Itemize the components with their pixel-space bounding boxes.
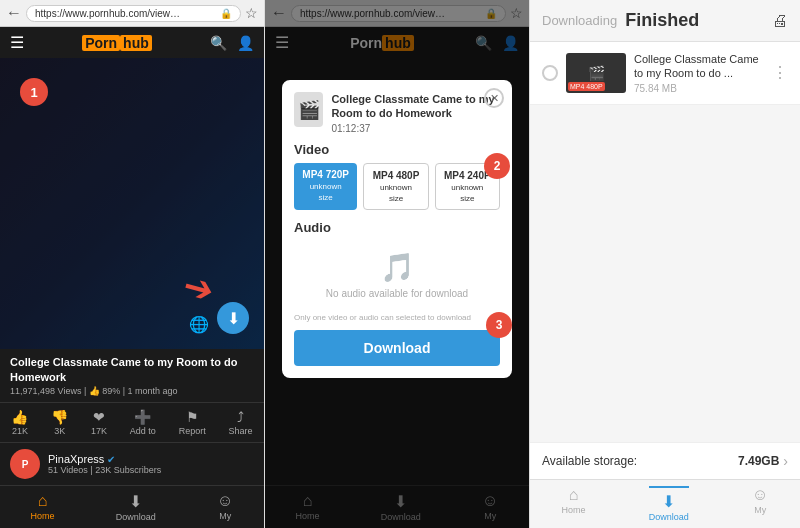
popup-video-info: 🎬 College Classmate Came to my Room to d…	[294, 92, 500, 134]
logo-highlight-left: hub	[120, 35, 152, 51]
user-icon-left[interactable]: 👤	[237, 35, 254, 51]
step2-badge: 2	[484, 153, 510, 179]
item-menu-btn[interactable]: ⋮	[772, 63, 788, 82]
storage-label: Available storage:	[542, 454, 738, 468]
step3-badge: 3	[486, 312, 512, 338]
favorite-action[interactable]: ❤17K	[91, 409, 107, 436]
panel-left: ← https://www.pornhub.com/view_video.php…	[0, 0, 265, 528]
menu-icon-left[interactable]: ☰	[10, 33, 24, 52]
header-finished: Finished	[625, 10, 699, 31]
quality-480p[interactable]: MP4 480Punknown size	[363, 163, 428, 210]
channel-meta-left: 51 Videos | 23K Subscribers	[48, 465, 161, 475]
quality-720p[interactable]: MP4 720Punknown size	[294, 163, 357, 210]
video-actions-left: 👍21K 👎3K ❤17K ➕Add to ⚑Report ⤴Share	[0, 402, 264, 442]
nav-download-left[interactable]: ⬇Download	[116, 492, 156, 522]
item-quality-label: MP4 480P	[568, 82, 605, 91]
quality-options: MP4 720Punknown size MP4 480Punknown siz…	[294, 163, 500, 210]
download-popup-overlay: ✕ 🎬 College Classmate Came to my Room to…	[265, 0, 529, 528]
header-downloading: Downloading	[542, 13, 617, 28]
browser-bar-left: ← https://www.pornhub.com/view_video.php…	[0, 0, 264, 27]
panel3-header: Downloading Finished 🖨	[530, 0, 800, 42]
spacer	[530, 242, 800, 442]
url-text-left: https://www.pornhub.com/view_video.php?v…	[35, 8, 185, 19]
like-action[interactable]: 👍21K	[11, 409, 28, 436]
search-icon-left[interactable]: 🔍	[210, 35, 227, 51]
popup-duration: 01:12:37	[331, 123, 500, 134]
download-btn-container: Download 3	[294, 322, 500, 366]
popup-thumb: 🎬	[294, 92, 323, 127]
video-section-label: Video	[294, 142, 500, 157]
verified-icon-left: ✔	[107, 454, 115, 465]
audio-icon: 🎵	[380, 251, 415, 284]
video-title-left: College Classmate Came to my Room to do …	[10, 355, 254, 384]
item-info: College Classmate Came to my Room to do …	[634, 52, 764, 94]
panel3-bottom-nav: ⌂Home ⬇Download ☺My	[530, 479, 800, 528]
ph-header-icons-left: 🔍 👤	[210, 35, 254, 51]
nav-my-left[interactable]: ☺My	[217, 492, 233, 522]
p3-nav-home[interactable]: ⌂Home	[562, 486, 586, 522]
channel-name-left[interactable]: PinaXpress ✔	[48, 453, 161, 465]
thumb-icon: 🎬	[588, 65, 605, 81]
popup-close-btn[interactable]: ✕	[484, 88, 504, 108]
no-audio-text: No audio available for download	[326, 288, 468, 299]
audio-placeholder: 🎵 No audio available for download	[294, 241, 500, 309]
download-item: 🎬 MP4 480P College Classmate Came to my …	[530, 42, 800, 105]
report-action[interactable]: ⚑Report	[179, 409, 206, 436]
item-radio[interactable]	[542, 65, 558, 81]
back-button-left[interactable]: ←	[6, 4, 22, 22]
channel-avatar-left: P	[10, 449, 40, 479]
print-icon[interactable]: 🖨	[772, 12, 788, 30]
dislike-action[interactable]: 👎3K	[51, 409, 68, 436]
video-info-left: College Classmate Came to my Room to do …	[0, 349, 264, 402]
panel-middle: ← https://www.pornhub.com/view_video.php…	[265, 0, 530, 528]
nav-home-left[interactable]: ⌂Home	[31, 492, 55, 522]
channel-row-left: P PinaXpress ✔ 51 Videos | 23K Subscribe…	[0, 442, 264, 485]
p3-nav-download[interactable]: ⬇Download	[649, 486, 689, 522]
download-popup: ✕ 🎬 College Classmate Came to my Room to…	[282, 80, 512, 378]
share-action[interactable]: ⤴Share	[229, 409, 253, 436]
storage-row[interactable]: Available storage: 7.49GB ›	[530, 442, 800, 479]
panel-right: Downloading Finished 🖨 🎬 MP4 480P Colleg…	[530, 0, 800, 528]
p3-nav-my[interactable]: ☺My	[752, 486, 768, 522]
item-thumbnail: 🎬 MP4 480P	[566, 53, 626, 93]
storage-arrow-icon: ›	[783, 453, 788, 469]
ph-header-left: ☰ Pornhub 🔍 👤	[0, 27, 264, 58]
storage-value: 7.49GB	[738, 454, 779, 468]
ph-logo-left: Pornhub	[82, 35, 152, 51]
bookmark-icon-left[interactable]: ☆	[245, 5, 258, 21]
video-area-left: 1 ➔ 🌐 ⬇ College Classmate Came to my Roo…	[0, 58, 264, 485]
url-bar-left[interactable]: https://www.pornhub.com/view_video.php?v…	[26, 5, 241, 22]
bottom-nav-left: ⌂Home ⬇Download ☺My	[0, 485, 264, 528]
step1-badge: 1	[20, 78, 48, 106]
logo-text-left: Porn	[82, 35, 120, 51]
video-meta-left: 11,971,498 Views | 👍 89% | 1 month ago	[10, 386, 254, 396]
download-list: 🎬 MP4 480P College Classmate Came to my …	[530, 42, 800, 242]
globe-icon: 🌐	[189, 315, 209, 334]
lock-icon-left: 🔒	[220, 8, 232, 19]
popup-title: College Classmate Came to my Room to do …	[331, 92, 500, 121]
addto-action[interactable]: ➕Add to	[130, 409, 156, 436]
video-thumbnail-left[interactable]: 1 ➔ 🌐 ⬇	[0, 58, 264, 349]
download-note: Only one video or audio can selected to …	[294, 313, 500, 322]
item-size: 75.84 MB	[634, 83, 764, 94]
download-main-btn[interactable]: Download	[294, 330, 500, 366]
item-title: College Classmate Came to my Room to do …	[634, 52, 764, 81]
audio-section-label: Audio	[294, 220, 500, 235]
